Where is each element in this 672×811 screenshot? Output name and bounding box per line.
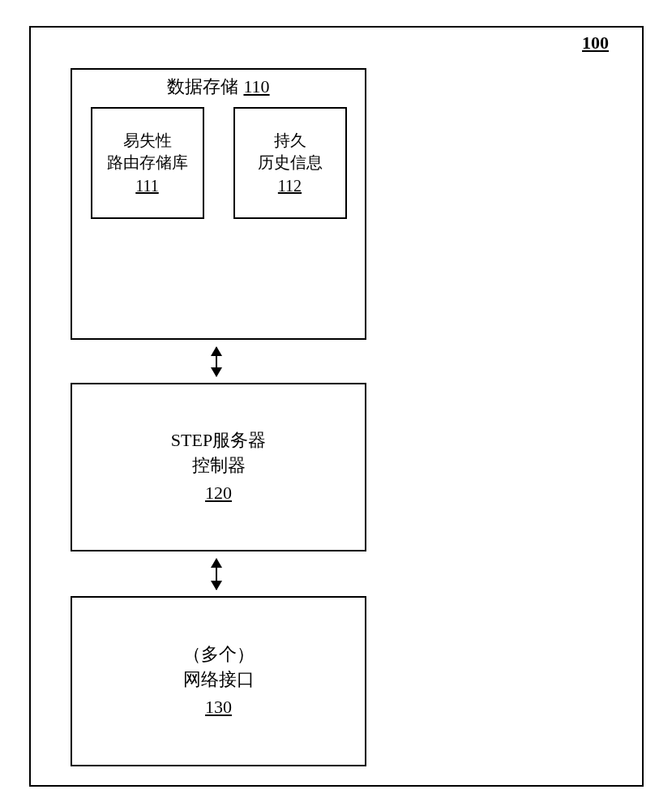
box-130-line2: 网络接口 xyxy=(183,667,255,693)
box-111-number: 111 xyxy=(135,175,159,197)
box-112-line2: 历史信息 xyxy=(258,152,323,174)
box-120-number: 120 xyxy=(205,481,232,506)
arrow-120-130 xyxy=(216,559,217,590)
box-110-title: 数据存储110 xyxy=(167,75,269,99)
box-110-number: 110 xyxy=(243,76,269,97)
arrowhead-up-icon xyxy=(211,558,222,568)
step-server-controller-box: STEP服务器 控制器 120 xyxy=(71,383,366,551)
network-interfaces-box: （多个） 网络接口 130 xyxy=(71,596,366,766)
box-120-line1: STEP服务器 xyxy=(171,428,266,453)
data-storage-box: 数据存储110 易失性 路由存储库 111 持久 历史信息 112 xyxy=(71,68,366,340)
box-120-line2: 控制器 xyxy=(192,453,246,478)
box-112-number: 112 xyxy=(278,175,302,197)
volatile-route-store-box: 易失性 路由存储库 111 xyxy=(91,107,204,219)
box-112-line1: 持久 xyxy=(274,130,306,152)
arrowhead-down-icon xyxy=(211,367,222,377)
arrow-110-120 xyxy=(216,347,217,376)
box-130-number: 130 xyxy=(205,695,232,720)
figure-number-label: 100 xyxy=(582,32,609,54)
arrowhead-down-icon xyxy=(211,581,222,590)
box-130-line1: （多个） xyxy=(183,642,255,667)
box-111-line2: 路由存储库 xyxy=(107,152,188,174)
arrowhead-up-icon xyxy=(211,346,222,356)
persistent-history-box: 持久 历史信息 112 xyxy=(233,107,347,219)
inner-boxes-row: 易失性 路由存储库 111 持久 历史信息 112 xyxy=(72,107,365,219)
box-111-line1: 易失性 xyxy=(123,130,172,152)
box-110-title-text: 数据存储 xyxy=(167,76,238,97)
